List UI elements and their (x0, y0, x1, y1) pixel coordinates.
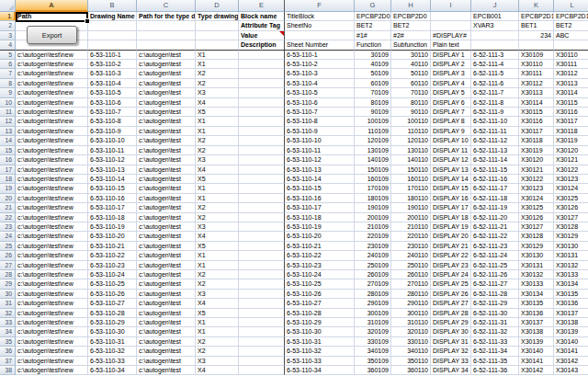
cell-J28[interactable]: 6-52-111-26 (471, 270, 519, 279)
cell-L12[interactable]: X30117 (554, 117, 588, 126)
cell-H30[interactable]: 280110 (391, 290, 431, 299)
cell-G22[interactable]: 200109 (355, 213, 391, 222)
cell-F24[interactable]: 6-53-110-20 (285, 232, 355, 241)
cell-F23[interactable]: 6-53-110-19 (285, 222, 355, 232)
cell-J4[interactable] (471, 40, 519, 50)
cell-A26[interactable]: c:\autogen\test\new (16, 251, 88, 260)
row-header-6[interactable]: 6 (0, 60, 16, 69)
row-header-5[interactable]: 5 (0, 51, 16, 60)
cell-H36[interactable]: 340110 (391, 347, 431, 356)
cell-D11[interactable]: X5 (196, 108, 239, 117)
cell-G10[interactable]: 80109 (355, 98, 391, 108)
cell-J18[interactable]: 6-52-111-16 (471, 175, 519, 184)
cell-J20[interactable]: 6-52-111-18 (471, 194, 519, 203)
cell-G31[interactable]: 290109 (355, 299, 391, 308)
cell-I22[interactable]: DISPLAY 18 (431, 213, 471, 222)
cell-C1[interactable]: Path for the type d (137, 12, 196, 21)
row-header-20[interactable]: 20 (0, 194, 16, 203)
cell-B3[interactable] (88, 31, 137, 40)
cell-I10[interactable]: DISPLAY 6 (431, 98, 471, 108)
cell-I34[interactable]: DISPLAY 30 (431, 327, 471, 336)
cell-D38[interactable]: X4 (196, 366, 239, 375)
cell-H28[interactable]: 260110 (391, 270, 431, 279)
cell-H19[interactable]: 170110 (391, 184, 431, 193)
cell-L28[interactable]: X30133 (554, 270, 588, 279)
cell-E30[interactable] (239, 290, 285, 299)
cell-I32[interactable]: DISPLAY 28 (431, 309, 471, 318)
cell-B15[interactable]: 6-53-110-11 (88, 146, 137, 155)
cell-B32[interactable]: 6-53-110-28 (88, 309, 137, 318)
cell-F37[interactable]: 6-53-110-33 (285, 357, 355, 366)
row-header-3[interactable]: 3 (0, 31, 16, 40)
cell-F6[interactable]: 6-53-110-2 (285, 60, 355, 69)
cell-B22[interactable]: 6-53-110-18 (88, 213, 137, 222)
row-header-11[interactable]: 11 (0, 108, 16, 117)
cell-D6[interactable]: X1 (196, 60, 239, 69)
cell-C16[interactable]: c:\autogen\test (137, 155, 196, 165)
cell-J26[interactable]: 6-52-111-24 (471, 251, 519, 260)
cell-E6[interactable] (239, 60, 285, 69)
cell-B26[interactable]: 6-53-110-22 (88, 251, 137, 260)
cell-F29[interactable]: 6-53-110-25 (285, 279, 355, 289)
cell-K24[interactable]: X30128 (519, 232, 554, 241)
cell-C35[interactable]: c:\autogen\test (137, 337, 196, 347)
cell-C7[interactable]: c:\autogen\test (137, 69, 196, 78)
cell-K9[interactable]: X30113 (519, 88, 554, 97)
cell-A23[interactable]: c:\autogen\test\new (16, 222, 88, 232)
cell-B13[interactable]: 6-53-110-9 (88, 127, 137, 136)
row-header-27[interactable]: 27 (0, 261, 16, 270)
cell-H25[interactable]: 230110 (391, 242, 431, 251)
cell-H11[interactable]: 90110 (391, 108, 431, 117)
cell-G23[interactable]: 210109 (355, 222, 391, 232)
cell-J22[interactable]: 6-52-111-20 (471, 213, 519, 222)
cell-D23[interactable]: X3 (196, 222, 239, 232)
cell-H17[interactable]: 150110 (391, 165, 431, 175)
column-header-F[interactable]: F (285, 0, 355, 12)
cell-F1[interactable]: TitleBlock (285, 12, 355, 21)
cell-G8[interactable]: 60109 (355, 79, 391, 88)
cell-D35[interactable]: X2 (196, 337, 239, 347)
cell-C38[interactable]: c:\autogen\test (137, 366, 196, 375)
row-header-7[interactable]: 7 (0, 69, 16, 78)
cell-L16[interactable]: X30121 (554, 155, 588, 165)
row-header-31[interactable]: 31 (0, 299, 16, 308)
cell-L25[interactable]: X30130 (554, 242, 588, 251)
row-header-33[interactable]: 33 (0, 318, 16, 327)
cell-F22[interactable]: 6-53-110-18 (285, 213, 355, 222)
cell-C33[interactable]: c:\autogen\test (137, 318, 196, 327)
cell-F12[interactable]: 6-53-110-8 (285, 117, 355, 126)
cell-C28[interactable]: c:\autogen\test (137, 270, 196, 279)
cell-E33[interactable] (239, 318, 285, 327)
cell-K25[interactable]: X30129 (519, 242, 554, 251)
cell-C25[interactable]: c:\autogen\test (137, 242, 196, 251)
cell-J33[interactable]: 6-52-111-31 (471, 318, 519, 327)
cell-L1[interactable]: EPCBP2D1 (554, 12, 588, 21)
cell-D26[interactable]: X1 (196, 251, 239, 260)
cell-A1[interactable]: Path (16, 12, 88, 21)
cell-I23[interactable]: DISPLAY 19 (431, 222, 471, 232)
cell-F5[interactable]: 6-53-110-1 (285, 51, 355, 60)
cell-L22[interactable]: X30127 (554, 213, 588, 222)
cell-J7[interactable]: 6-52-111-5 (471, 69, 519, 78)
cell-F32[interactable]: 6-53-110-28 (285, 309, 355, 318)
cell-C24[interactable]: c:\autogen\test (137, 232, 196, 241)
cell-J13[interactable]: 6-52-111-11 (471, 127, 519, 136)
cell-A33[interactable]: c:\autogen\test\new (16, 318, 88, 327)
cell-I35[interactable]: DISPLAY 31 (431, 337, 471, 347)
cell-B12[interactable]: 6-53-110-8 (88, 117, 137, 126)
cell-I1[interactable] (431, 12, 471, 21)
cell-B10[interactable]: 6-53-110-6 (88, 98, 137, 108)
cell-C19[interactable]: c:\autogen\test (137, 184, 196, 193)
cell-D3[interactable] (196, 31, 239, 40)
cell-K36[interactable]: X30140 (519, 347, 554, 356)
cell-H37[interactable]: 350110 (391, 357, 431, 366)
cell-G19[interactable]: 170109 (355, 184, 391, 193)
cell-B17[interactable]: 6-53-110-13 (88, 165, 137, 175)
row-header-10[interactable]: 10 (0, 98, 16, 108)
cell-D14[interactable]: X2 (196, 136, 239, 145)
cell-F16[interactable]: 6-53-110-12 (285, 155, 355, 165)
cell-B6[interactable]: 6-53-110-2 (88, 60, 137, 69)
cell-L5[interactable]: X30110 (554, 51, 588, 60)
cell-K21[interactable]: X30125 (519, 203, 554, 212)
cell-B24[interactable]: 6-53-110-20 (88, 232, 137, 241)
